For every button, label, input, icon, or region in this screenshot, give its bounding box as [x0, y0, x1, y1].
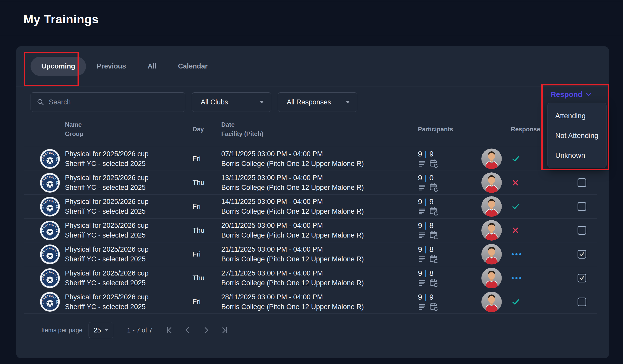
tab-calendar[interactable]: Calendar [167, 57, 219, 76]
responses-filter-select[interactable]: All Responses [278, 92, 357, 112]
participants-responded: 8 [429, 269, 434, 278]
training-day: Fri [193, 203, 219, 211]
previous-page-icon [183, 326, 192, 334]
svg-text:★: ★ [56, 302, 58, 304]
training-name: Physical for 2025/2026 cup [65, 197, 193, 206]
chevron-down-icon [260, 101, 264, 103]
row-checkbox[interactable] [578, 178, 586, 187]
row-checkbox[interactable] [578, 274, 586, 282]
training-group: Sheriff YC - selected 2025 [65, 206, 193, 216]
menu-item-not-attending[interactable]: Not Attending [548, 126, 606, 145]
column-header-participants: Participants [417, 126, 479, 133]
calendar-sync-button[interactable] [429, 183, 438, 192]
row-checkbox[interactable] [578, 250, 586, 259]
calendar-sync-button[interactable] [429, 206, 438, 216]
training-datetime: 28/11/2025 03:00 PM - 04:00 PM [221, 292, 417, 302]
last-page-button[interactable] [220, 326, 229, 334]
svg-text:★: ★ [56, 206, 58, 209]
next-page-icon [202, 326, 210, 334]
first-page-icon [165, 326, 174, 334]
training-name: Physical for 2025/2026 cup [65, 292, 193, 302]
search-box[interactable] [31, 92, 185, 112]
list-lines-icon [418, 183, 426, 191]
training-datetime: 20/11/2025 03:00 PM - 04:00 PM [221, 221, 417, 230]
respond-button[interactable]: Respond [551, 87, 592, 102]
row-checkbox[interactable] [578, 298, 586, 306]
list-lines-icon [418, 159, 426, 168]
calendar-sync-button[interactable] [429, 159, 438, 168]
clubs-filter-select[interactable]: All Clubs [192, 92, 271, 112]
table-row[interactable]: FOOTBALL CLUB ★ ★ Physical for 2025/2026… [24, 171, 597, 194]
row-checkbox[interactable] [578, 226, 586, 235]
training-datetime: 13/11/2025 03:00 PM - 04:00 PM [221, 173, 417, 183]
training-facility: Borris College (Pitch One 12 Upper Malon… [221, 206, 417, 216]
last-page-icon [220, 326, 229, 334]
training-datetime: 21/11/2025 03:00 PM - 04:00 PM [221, 244, 417, 254]
participants-list-button[interactable] [418, 279, 426, 287]
calendar-sync-button[interactable] [429, 254, 438, 263]
search-input[interactable] [49, 98, 185, 106]
calendar-sync-icon [429, 230, 438, 240]
table-row[interactable]: FOOTBALL CLUB ★ ★ Physical for 2025/2026… [24, 290, 597, 314]
svg-text:★: ★ [42, 302, 44, 304]
trainings-card: UpcomingPreviousAllCalendar All Clubs Al… [16, 46, 609, 358]
table-row[interactable]: FOOTBALL CLUB ★ ★ Physical for 2025/2026… [24, 218, 597, 242]
participants-separator: | [425, 197, 427, 206]
tab-all[interactable]: All [137, 57, 167, 76]
previous-page-button[interactable] [183, 326, 192, 334]
training-facility: Borris College (Pitch One 12 Upper Malon… [221, 159, 417, 169]
first-page-button[interactable] [165, 326, 174, 334]
training-name: Physical for 2025/2026 cup [65, 244, 193, 254]
calendar-sync-icon [429, 278, 438, 287]
training-day: Thu [193, 274, 219, 282]
calendar-sync-button[interactable] [429, 278, 438, 287]
calendar-sync-icon [429, 254, 438, 263]
respond-button-label: Respond [551, 90, 582, 99]
tab-upcoming[interactable]: Upcoming [31, 57, 86, 76]
training-datetime: 14/11/2025 03:00 PM - 04:00 PM [221, 197, 417, 206]
player-avatar [481, 172, 502, 193]
calendar-sync-icon [429, 183, 438, 192]
row-checkbox[interactable] [578, 202, 586, 211]
table-row[interactable]: FOOTBALL CLUB ★ ★ Physical for 2025/2026… [24, 242, 597, 266]
training-datetime: 27/11/2025 03:00 PM - 04:00 PM [221, 268, 417, 278]
participants-separator: | [425, 150, 427, 158]
pagination-bar: Items per page 25 1 - 7 of 7 [24, 319, 597, 342]
column-header-day: Day [193, 126, 219, 133]
table-row[interactable]: FOOTBALL CLUB ★ ★ Physical for 2025/2026… [24, 194, 597, 218]
checkbox-check-icon [579, 275, 585, 281]
next-page-button[interactable] [202, 326, 210, 334]
svg-text:★: ★ [42, 206, 44, 209]
svg-text:★: ★ [56, 278, 58, 281]
training-day: Thu [193, 227, 219, 234]
participants-list-button[interactable] [418, 302, 426, 311]
page-title: My Trainings [23, 12, 99, 26]
page-header: My Trainings [0, 2, 623, 36]
calendar-sync-button[interactable] [429, 302, 438, 311]
participants-list-button[interactable] [418, 231, 426, 239]
column-header-response: Response [504, 126, 554, 133]
svg-text:★: ★ [42, 159, 44, 161]
training-day: Fri [193, 155, 219, 163]
training-day: Fri [193, 298, 219, 306]
search-icon [36, 98, 45, 106]
menu-item-unknown[interactable]: Unknown [548, 145, 606, 165]
player-avatar [481, 220, 502, 241]
participants-list-button[interactable] [418, 183, 426, 191]
training-facility: Borris College (Pitch One 12 Upper Malon… [221, 230, 417, 240]
club-logo: FOOTBALL CLUB ★ ★ [40, 196, 60, 217]
table-row[interactable]: FOOTBALL CLUB ★ ★ Physical for 2025/2026… [24, 147, 597, 171]
calendar-sync-icon [429, 159, 438, 168]
menu-item-attending[interactable]: Attending [548, 106, 606, 126]
unknown-dots-icon [511, 252, 522, 257]
player-avatar [481, 268, 502, 288]
participants-list-button[interactable] [418, 255, 426, 263]
participants-list-button[interactable] [418, 159, 426, 168]
training-day: Thu [193, 179, 219, 187]
participants-list-button[interactable] [418, 207, 426, 215]
tab-previous[interactable]: Previous [86, 57, 137, 76]
items-per-page-select[interactable]: 25 [89, 322, 113, 338]
calendar-sync-button[interactable] [429, 230, 438, 240]
table-row[interactable]: FOOTBALL CLUB ★ ★ Physical for 2025/2026… [24, 266, 597, 290]
svg-text:★: ★ [42, 254, 44, 257]
